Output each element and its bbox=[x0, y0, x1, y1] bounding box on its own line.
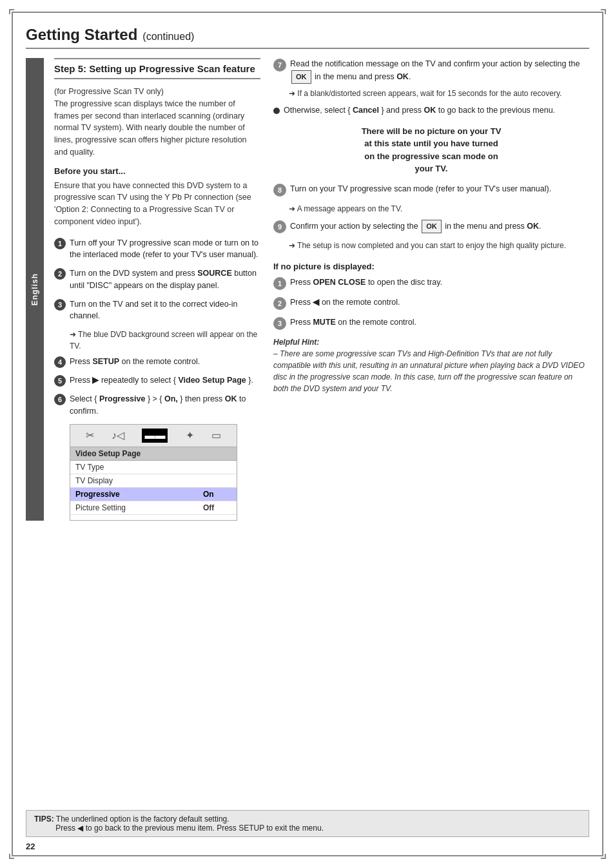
inp-step-num-2: 2 bbox=[273, 297, 286, 310]
right-step-9: 9 Confirm your action by selecting the O… bbox=[273, 220, 589, 233]
inp-step-2: 2 Press ◀ on the remote control. bbox=[273, 296, 589, 310]
menu-icon-misc: ▭ bbox=[211, 429, 221, 441]
step-num-8: 8 bbox=[273, 184, 286, 197]
inp-step-num-1: 1 bbox=[273, 277, 286, 290]
left-step-2: 2 Turn on the DVD system and press SOURC… bbox=[54, 267, 260, 292]
helpful-hint: Helpful Hint: – There are some progressi… bbox=[273, 336, 589, 394]
step-text-3: Turn on the TV and set it to the correct… bbox=[70, 298, 260, 323]
menu-table-header: Video Setup Page bbox=[70, 447, 237, 461]
menu-icon-audio: ♪◁ bbox=[112, 429, 124, 441]
bold-warning: There will be no picture on your TV at t… bbox=[273, 125, 589, 175]
menu-row-tvtype: TV Type bbox=[70, 461, 237, 474]
before-text: Ensure that you have connected this DVD … bbox=[54, 180, 260, 228]
step-3-sub: ➜ The blue DVD background screen will ap… bbox=[70, 329, 260, 352]
setup-menu-image: ✂ ♪◁ ▬▬ ✦ ▭ Video Setup Page TV Type TV … bbox=[70, 424, 237, 521]
before-title: Before you start... bbox=[54, 166, 260, 176]
right-column: 7 Read the notification message on the T… bbox=[273, 58, 589, 521]
tips-line2: Press ◀ to go back to the previous menu … bbox=[55, 824, 324, 833]
inp-step-3: 3 Press MUTE on the remote control. bbox=[273, 316, 589, 330]
menu-row-tvdisplay: TV Display bbox=[70, 474, 237, 488]
tips-label: TIPS: bbox=[34, 815, 54, 824]
tips-line1: The underlined option is the factory def… bbox=[56, 815, 229, 824]
tips-bar: TIPS: The underlined option is the facto… bbox=[26, 810, 589, 837]
step-text-1: Turn off your TV progressive scan mode o… bbox=[70, 237, 260, 262]
step-text-otherwise: Otherwise, select { Cancel } and press O… bbox=[284, 104, 589, 117]
menu-icons-row: ✂ ♪◁ ▬▬ ✦ ▭ bbox=[70, 425, 237, 447]
step-9-sub: ➜ The setup is now completed and you can… bbox=[289, 240, 589, 251]
left-step-3: 3 Turn on the TV and set it to the corre… bbox=[54, 298, 260, 323]
menu-label-picture: Picture Setting bbox=[70, 501, 198, 514]
inp-step-num-3: 3 bbox=[273, 317, 286, 330]
step-text-9: Confirm your action by selecting the OK … bbox=[290, 220, 589, 233]
left-column: Step 5: Setting up Progressive Scan feat… bbox=[54, 58, 273, 521]
title-main: Getting Started bbox=[26, 26, 137, 44]
step-num-4: 4 bbox=[54, 356, 66, 368]
step-num-6: 6 bbox=[54, 394, 66, 405]
bullet-otherwise bbox=[273, 108, 280, 114]
step-text-4: Press SETUP on the remote control. bbox=[70, 356, 260, 368]
if-no-picture-section: If no picture is displayed: 1 Press OPEN… bbox=[273, 262, 589, 394]
menu-value-picture: Off bbox=[198, 501, 237, 514]
step-text-6: Select { Progressive } > { On, } then pr… bbox=[70, 393, 260, 418]
sidebar: English bbox=[26, 58, 44, 521]
menu-label-tvtype: TV Type bbox=[70, 461, 198, 474]
menu-value-progressive: On bbox=[198, 488, 237, 501]
if-no-title: If no picture is displayed: bbox=[273, 262, 589, 271]
left-step-4: 4 Press SETUP on the remote control. bbox=[54, 356, 260, 368]
step-num-1: 1 bbox=[54, 238, 66, 249]
menu-row-picture: Picture Setting Off bbox=[70, 501, 237, 515]
step-7-sub: ➜ If a blank/distorted screen appears, w… bbox=[289, 88, 589, 99]
ok-box-7: OK bbox=[291, 70, 311, 84]
page-number: 22 bbox=[26, 842, 35, 851]
menu-icon-settings: ✦ bbox=[186, 429, 194, 441]
section-header: Step 5: Setting up Progressive Scan feat… bbox=[54, 58, 260, 79]
menu-label-progressive: Progressive bbox=[70, 488, 198, 501]
title-sub: (continued) bbox=[142, 31, 194, 43]
step-text-5: Press ▶ repeatedly to select { Video Set… bbox=[70, 374, 260, 387]
left-step-5: 5 Press ▶ repeatedly to select { Video S… bbox=[54, 374, 260, 387]
step-text-2: Turn on the DVD system and press SOURCE … bbox=[70, 267, 260, 292]
step-text-7: Read the notification message on the TV … bbox=[290, 58, 589, 84]
step-num-2: 2 bbox=[54, 268, 66, 280]
left-step-6: 6 Select { Progressive } > { On, } then … bbox=[54, 393, 260, 418]
section-title: Step 5: Setting up Progressive Scan feat… bbox=[54, 63, 260, 74]
menu-icon-video-active: ▬▬ bbox=[142, 429, 168, 443]
inp-step-1: 1 Press OPEN CLOSE to open the disc tray… bbox=[273, 276, 589, 290]
intro-text: (for Progressive Scan TV only) The progr… bbox=[54, 86, 260, 159]
step-num-9: 9 bbox=[273, 220, 286, 233]
menu-value-tvtype bbox=[198, 461, 237, 474]
step-text-8: Turn on your TV progressive scan mode (r… bbox=[290, 183, 589, 195]
menu-value-tvdisplay bbox=[198, 474, 237, 487]
inp-step-text-1: Press OPEN CLOSE to open the disc tray. bbox=[290, 276, 589, 289]
ok-box-9: OK bbox=[422, 220, 442, 233]
inp-step-text-3: Press MUTE on the remote control. bbox=[290, 316, 589, 329]
step-8-sub: ➜ A message appears on the TV. bbox=[289, 203, 589, 215]
page-title: Getting Started (continued) bbox=[26, 26, 589, 49]
step-num-3: 3 bbox=[54, 299, 66, 311]
right-step-otherwise: Otherwise, select { Cancel } and press O… bbox=[273, 104, 589, 117]
menu-label-tvdisplay: TV Display bbox=[70, 474, 198, 487]
right-step-8: 8 Turn on your TV progressive scan mode … bbox=[273, 183, 589, 197]
right-step-7: 7 Read the notification message on the T… bbox=[273, 58, 589, 84]
sidebar-label: English bbox=[30, 273, 39, 305]
menu-icon-scissors: ✂ bbox=[86, 429, 94, 441]
menu-row-progressive: Progressive On bbox=[70, 488, 237, 501]
step-num-5: 5 bbox=[54, 375, 66, 387]
step-num-7: 7 bbox=[273, 59, 286, 72]
inp-step-text-2: Press ◀ on the remote control. bbox=[290, 296, 589, 309]
left-step-1: 1 Turn off your TV progressive scan mode… bbox=[54, 237, 260, 262]
